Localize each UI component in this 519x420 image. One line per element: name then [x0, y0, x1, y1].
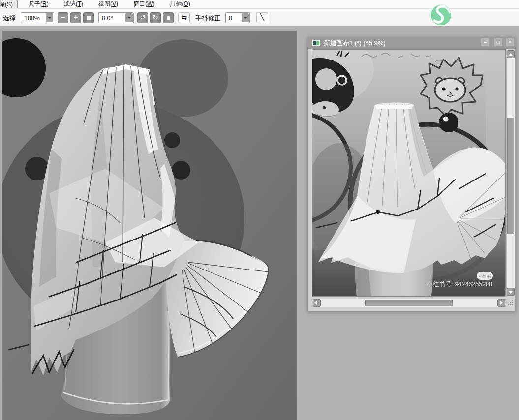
- zoom-combobox[interactable]: 100%: [21, 12, 54, 23]
- window-resize-grip[interactable]: [507, 299, 515, 307]
- rotation-dropdown-icon[interactable]: [125, 13, 133, 22]
- menu-item-filter[interactable]: 滤镜(T): [60, 0, 88, 8]
- stabilizer-dropdown-icon[interactable]: [242, 13, 249, 22]
- rotation-reset-button[interactable]: [163, 12, 174, 23]
- close-button[interactable]: ×: [506, 38, 514, 46]
- zoom-in-button[interactable]: +: [70, 12, 81, 23]
- zoom-reset-icon: [87, 16, 91, 20]
- stabilizer-label: 手抖修正: [195, 14, 221, 23]
- vertical-scrollbar[interactable]: [506, 50, 515, 296]
- scroll-left-button[interactable]: [313, 299, 321, 307]
- canvas-thumbnail-icon: [312, 40, 320, 46]
- menu-item-others[interactable]: 其他(O): [165, 0, 194, 8]
- rotate-cw-button[interactable]: ↻: [150, 12, 161, 23]
- selection-mode-label: 选择: [3, 14, 16, 23]
- rotation-value: 0.0°: [99, 13, 125, 23]
- scroll-right-button[interactable]: [497, 299, 505, 307]
- minimize-button[interactable]: –: [481, 38, 489, 46]
- reference-photo[interactable]: 小红书 小红书号: 94246255200: [312, 50, 505, 296]
- scroll-down-button[interactable]: [507, 288, 515, 296]
- rotation-reset-icon: [167, 16, 170, 20]
- zoom-out-button[interactable]: −: [58, 12, 68, 23]
- main-canvas[interactable]: [0, 29, 297, 420]
- flip-horizontal-button[interactable]: ⇆: [178, 12, 190, 23]
- xiaohongshu-badge-text: 小红书: [479, 274, 491, 279]
- zoom-dropdown-icon[interactable]: [46, 13, 53, 22]
- line-tool-button[interactable]: ╲: [256, 12, 268, 23]
- stabilizer-value: 0: [226, 13, 241, 23]
- painting-artwork: [2, 31, 297, 420]
- horizontal-scrollbar[interactable]: [312, 299, 506, 307]
- xiaohongshu-id-text: 小红书号: 94246255200: [427, 281, 492, 288]
- scroll-up-button[interactable]: [507, 50, 515, 58]
- app-window: 择(S) 尺子(R) 滤镜(T) 视图(V) 窗口(W) 其他(O) 选择 10…: [0, 0, 519, 420]
- reference-photo-image: 小红书 小红书号: 94246255200: [312, 50, 505, 296]
- menu-item-selection[interactable]: 择(S): [0, 0, 18, 8]
- reference-window: 新建画布1 (*) (65.9%) – □ ×: [307, 37, 516, 311]
- menu-item-ruler[interactable]: 尺子(R): [24, 0, 53, 8]
- zoom-value: 100%: [21, 13, 45, 23]
- horizontal-scrollbar-thumb[interactable]: [365, 300, 453, 306]
- maximize-button[interactable]: □: [494, 38, 502, 46]
- zoom-reset-button[interactable]: [83, 12, 94, 23]
- rotation-combobox[interactable]: 0.0°: [98, 12, 134, 23]
- stabilizer-combobox[interactable]: 0: [225, 12, 250, 23]
- reference-window-title: 新建画布1 (*) (65.9%): [324, 39, 386, 48]
- menu-item-view[interactable]: 视图(V): [94, 0, 122, 8]
- menu-item-window[interactable]: 窗口(W): [129, 0, 159, 8]
- vertical-scrollbar-thumb[interactable]: [507, 118, 514, 234]
- rotate-ccw-button[interactable]: ↺: [137, 12, 148, 23]
- sai-logo-icon: [429, 3, 453, 27]
